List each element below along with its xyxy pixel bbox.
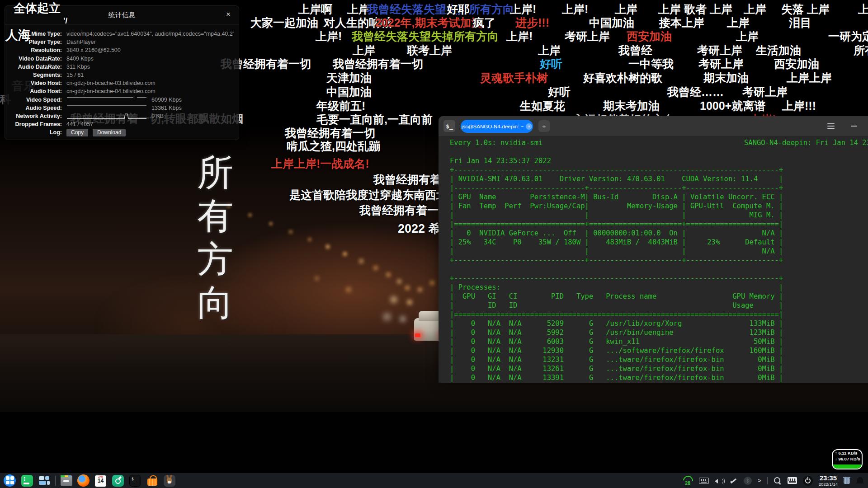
stats-row: Audio Host:cn-gdzj-bn-bcache-04.bilivide… bbox=[5, 87, 234, 95]
watch-host-date: SANGO-N4-deepin: Fri Jan 14 23:35:37 202… bbox=[744, 138, 868, 147]
net-widget-bar bbox=[833, 465, 862, 469]
copy-button[interactable]: Copy bbox=[66, 129, 88, 136]
stats-value: 0 KB bbox=[151, 113, 164, 119]
watch-header: Every 1.0s: nvidia-smi SANGO-N4-deepin: … bbox=[450, 138, 868, 147]
speed2-sparkline bbox=[66, 105, 147, 111]
stats-value: video/mp4;codecs="avc1.640034", audio/mp… bbox=[66, 31, 234, 37]
stats-label: Mime Type: bbox=[5, 31, 62, 37]
stats-row: Log:CopyDownload bbox=[5, 128, 234, 136]
new-tab-button[interactable]: + bbox=[538, 120, 550, 132]
onscreen-keyboard-icon[interactable] bbox=[788, 477, 797, 484]
monitor-gauge[interactable]: 28 bbox=[682, 476, 693, 486]
stats-label: Video Host: bbox=[5, 80, 62, 86]
dock-separator bbox=[55, 476, 56, 486]
street-lights bbox=[0, 0, 1, 1]
stats-value: 15 / 61 bbox=[66, 72, 84, 78]
speed-sparkline bbox=[66, 97, 147, 103]
trash-icon[interactable] bbox=[844, 477, 850, 484]
stats-rows: Mime Type:video/mp4;codecs="avc1.640034"… bbox=[5, 24, 239, 136]
bluetooth-icon[interactable]: ᛒ bbox=[744, 477, 752, 485]
chevron-right-icon[interactable]: > bbox=[758, 477, 761, 484]
calligraphy-char: 向 bbox=[197, 285, 233, 321]
stats-row: Dropped Frames:441 / 4057 bbox=[5, 120, 234, 128]
stats-value: 311 Kbps bbox=[66, 64, 90, 70]
terminal-window[interactable]: $_ jsc@SANGO-N4-deepin: ~ × + Every 1.0s… bbox=[439, 116, 868, 383]
calendar-day: 14 bbox=[95, 479, 106, 483]
stats-row: Video DataRate:8409 Kbps bbox=[5, 55, 234, 63]
stats-row: Video Host:cn-gdzj-bn-bcache-03.bilivide… bbox=[5, 79, 234, 87]
stats-value: DashPlayer bbox=[66, 39, 96, 45]
stats-value: 8409 Kbps bbox=[66, 56, 94, 62]
stats-value: cn-gdzj-bn-bcache-03.bilivideo.com bbox=[66, 80, 156, 86]
tray-separator bbox=[767, 477, 768, 484]
stats-value: 60909 Kbps bbox=[151, 97, 182, 103]
stats-row: Resolution:3840 x 2160@62.500 bbox=[5, 46, 234, 54]
system-tray: 28 ᛒ > 23:35 2022/1/14 bbox=[682, 474, 864, 487]
download-button[interactable]: Download bbox=[93, 129, 126, 136]
tab-close-icon[interactable]: × bbox=[526, 123, 532, 130]
stats-row: Network Activity:0 KB bbox=[5, 112, 234, 120]
calligraphy-char: 所 bbox=[197, 155, 233, 191]
app-store-icon[interactable] bbox=[146, 474, 159, 487]
menu-icon[interactable] bbox=[827, 123, 835, 129]
upload-speed: ↑ 6.11 KB/s bbox=[833, 450, 862, 456]
minimize-icon[interactable] bbox=[851, 126, 857, 127]
launcher-icon[interactable] bbox=[4, 474, 16, 487]
video-stats-panel: 统计信息 × Mime Type:video/mp4;codecs="avc1.… bbox=[5, 5, 239, 140]
stats-value: cn-gdzj-bn-bcache-04.bilivideo.com bbox=[66, 88, 156, 94]
terminal-dock-icon[interactable]: $_ bbox=[129, 474, 142, 487]
stats-label: Player Type: bbox=[5, 39, 62, 45]
terminal-tab-label: jsc@SANGO-N4-deepin: ~ bbox=[462, 124, 524, 129]
stats-value: 13361 Kbps bbox=[151, 105, 182, 111]
firefox-icon[interactable] bbox=[77, 474, 90, 487]
volume-icon[interactable] bbox=[715, 477, 724, 484]
time: 23:35 bbox=[819, 474, 838, 481]
stats-row: Video Speed:60909 Kbps bbox=[5, 96, 234, 104]
stats-label: Audio Speed: bbox=[5, 105, 62, 111]
notification-bell-icon[interactable] bbox=[856, 477, 864, 485]
stats-row: Audio Speed:13361 Kbps bbox=[5, 104, 234, 112]
stats-label: Video Speed: bbox=[5, 97, 62, 103]
nvidia-smi-output: Fri Jan 14 23:35:37 2022 +--------------… bbox=[450, 147, 868, 382]
network-speed-widget[interactable]: ↑ 6.11 KB/s ↓ 96.07 KB/s bbox=[832, 449, 863, 469]
stats-label: Resolution: bbox=[5, 47, 62, 53]
stats-row: Player Type:DashPlayer bbox=[5, 38, 234, 46]
multitasking-view-icon[interactable] bbox=[38, 474, 51, 487]
stats-row: Audio DataRate:311 Kbps bbox=[5, 63, 234, 71]
taskbar: JAN 14 $_ 28 ᛒ > 23:35 2022/1/14 bbox=[0, 473, 868, 488]
dock: JAN 14 $_ bbox=[4, 474, 176, 487]
close-icon[interactable]: × bbox=[223, 9, 233, 19]
control-center-icon[interactable] bbox=[112, 474, 124, 487]
stats-label: Audio Host: bbox=[5, 88, 62, 94]
pen-icon[interactable] bbox=[730, 477, 738, 484]
stats-label: Video DataRate: bbox=[5, 56, 62, 62]
stats-label: Audio DataRate: bbox=[5, 64, 62, 70]
file-manager-icon[interactable] bbox=[60, 474, 73, 487]
green-app-icon[interactable] bbox=[21, 474, 33, 487]
terminal-icon: $_ bbox=[443, 120, 455, 132]
stats-label: Network Activity: bbox=[5, 113, 62, 119]
clock[interactable]: 23:35 2022/1/14 bbox=[819, 474, 838, 487]
terminal-content[interactable]: Every 1.0s: nvidia-smi SANGO-N4-deepin: … bbox=[450, 138, 868, 383]
stats-value: 3840 x 2160@62.500 bbox=[66, 47, 121, 53]
donkey-app-icon[interactable] bbox=[163, 474, 176, 487]
terminal-tabbar: $_ jsc@SANGO-N4-deepin: ~ × + bbox=[439, 116, 868, 137]
keyboard-layout-icon[interactable] bbox=[699, 478, 709, 484]
date: 2022/1/14 bbox=[819, 482, 838, 487]
letterbox bbox=[0, 412, 868, 473]
stats-label: Segments: bbox=[5, 72, 62, 78]
vertical-lyric-calligraphy: 所有方向 bbox=[197, 155, 233, 321]
stats-title: 统计信息 bbox=[108, 11, 136, 19]
calendar-icon[interactable]: JAN 14 bbox=[94, 474, 107, 487]
stats-label: Dropped Frames: bbox=[5, 121, 62, 127]
search-icon[interactable] bbox=[774, 477, 782, 485]
stats-label: Log: bbox=[5, 129, 62, 136]
calligraphy-char: 方 bbox=[197, 241, 233, 277]
download-speed: ↓ 96.07 KB/s bbox=[833, 456, 862, 462]
stats-row: Mime Type:video/mp4;codecs="avc1.640034"… bbox=[5, 30, 234, 38]
stats-titlebar: 统计信息 × bbox=[5, 6, 239, 24]
calligraphy-char: 有 bbox=[197, 198, 233, 234]
terminal-tab[interactable]: jsc@SANGO-N4-deepin: ~ × bbox=[461, 120, 533, 133]
stats-value: 441 / 4057 bbox=[66, 121, 93, 127]
power-icon[interactable] bbox=[803, 476, 813, 486]
